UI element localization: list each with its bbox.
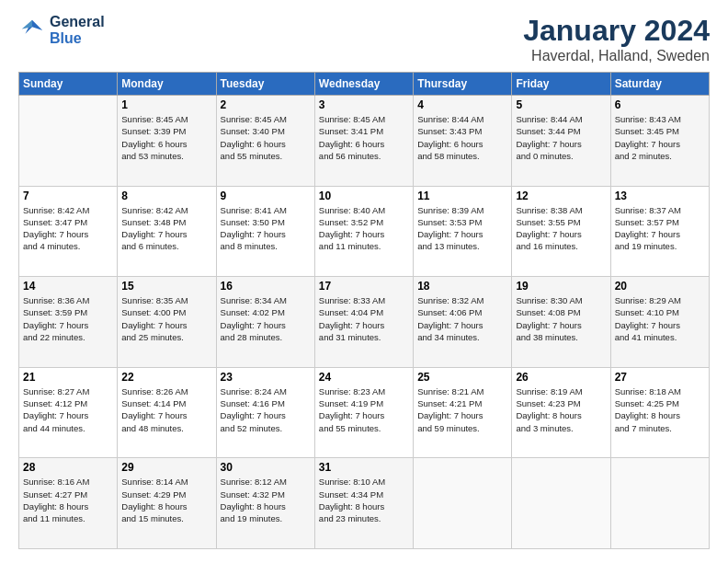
day-number: 29 xyxy=(121,461,211,474)
day-info: Sunrise: 8:21 AM Sunset: 4:21 PM Dayligh… xyxy=(417,385,507,434)
day-info: Sunrise: 8:35 AM Sunset: 4:00 PM Dayligh… xyxy=(121,294,211,343)
day-number: 16 xyxy=(221,280,311,293)
logo-text: General Blue xyxy=(50,14,105,47)
calendar-cell: 22Sunrise: 8:26 AM Sunset: 4:14 PM Dayli… xyxy=(118,367,216,458)
day-info: Sunrise: 8:45 AM Sunset: 3:41 PM Dayligh… xyxy=(319,113,409,162)
day-number: 10 xyxy=(319,190,409,202)
calendar-week-row-2: 14Sunrise: 8:36 AM Sunset: 3:59 PM Dayli… xyxy=(19,277,710,368)
calendar-cell: 2Sunrise: 8:45 AM Sunset: 3:40 PM Daylig… xyxy=(216,96,314,187)
day-number: 5 xyxy=(516,98,606,111)
calendar-cell xyxy=(610,458,709,549)
calendar-cell xyxy=(414,458,512,549)
day-number: 26 xyxy=(516,371,606,384)
calendar-cell: 31Sunrise: 8:10 AM Sunset: 4:34 PM Dayli… xyxy=(314,458,413,549)
day-number: 12 xyxy=(516,190,606,202)
day-number: 20 xyxy=(615,280,705,293)
calendar-header-wednesday: Wednesday xyxy=(314,73,413,96)
calendar-cell: 1Sunrise: 8:45 AM Sunset: 3:39 PM Daylig… xyxy=(118,96,216,187)
day-number: 27 xyxy=(615,371,705,384)
calendar-cell: 20Sunrise: 8:29 AM Sunset: 4:10 PM Dayli… xyxy=(610,277,709,368)
location-title: Haverdal, Halland, Sweden xyxy=(523,48,710,64)
calendar-header-thursday: Thursday xyxy=(414,73,512,96)
calendar-cell: 8Sunrise: 8:42 AM Sunset: 3:48 PM Daylig… xyxy=(118,186,216,277)
day-number: 7 xyxy=(23,190,113,202)
calendar-cell: 18Sunrise: 8:32 AM Sunset: 4:06 PM Dayli… xyxy=(414,277,512,368)
day-info: Sunrise: 8:42 AM Sunset: 3:47 PM Dayligh… xyxy=(23,204,113,253)
calendar-week-row-3: 21Sunrise: 8:27 AM Sunset: 4:12 PM Dayli… xyxy=(19,367,710,458)
calendar-cell: 21Sunrise: 8:27 AM Sunset: 4:12 PM Dayli… xyxy=(19,367,118,458)
day-info: Sunrise: 8:45 AM Sunset: 3:40 PM Dayligh… xyxy=(221,113,311,162)
day-number: 19 xyxy=(516,280,606,293)
calendar-cell: 25Sunrise: 8:21 AM Sunset: 4:21 PM Dayli… xyxy=(414,367,512,458)
month-title: January 2024 xyxy=(523,14,710,48)
day-info: Sunrise: 8:33 AM Sunset: 4:04 PM Dayligh… xyxy=(319,294,409,343)
day-number: 30 xyxy=(221,461,311,474)
day-number: 28 xyxy=(23,461,113,474)
day-number: 18 xyxy=(417,280,507,293)
calendar-cell xyxy=(19,96,118,187)
calendar-cell: 14Sunrise: 8:36 AM Sunset: 3:59 PM Dayli… xyxy=(19,277,118,368)
day-info: Sunrise: 8:24 AM Sunset: 4:16 PM Dayligh… xyxy=(221,385,311,434)
day-info: Sunrise: 8:12 AM Sunset: 4:32 PM Dayligh… xyxy=(221,476,311,524)
day-number: 13 xyxy=(615,190,705,202)
day-info: Sunrise: 8:30 AM Sunset: 4:08 PM Dayligh… xyxy=(516,294,606,343)
day-info: Sunrise: 8:41 AM Sunset: 3:50 PM Dayligh… xyxy=(221,204,311,253)
calendar-cell: 28Sunrise: 8:16 AM Sunset: 4:27 PM Dayli… xyxy=(19,458,118,549)
calendar-cell: 17Sunrise: 8:33 AM Sunset: 4:04 PM Dayli… xyxy=(314,277,413,368)
day-number: 4 xyxy=(417,98,507,111)
calendar-cell: 5Sunrise: 8:44 AM Sunset: 3:44 PM Daylig… xyxy=(512,96,610,187)
calendar-header-friday: Friday xyxy=(512,73,610,96)
calendar-cell: 7Sunrise: 8:42 AM Sunset: 3:47 PM Daylig… xyxy=(19,186,118,277)
title-block: January 2024 Haverdal, Halland, Sweden xyxy=(523,14,710,64)
day-number: 1 xyxy=(121,98,211,111)
calendar-header-sunday: Sunday xyxy=(19,73,118,96)
calendar-cell: 11Sunrise: 8:39 AM Sunset: 3:53 PM Dayli… xyxy=(414,186,512,277)
day-info: Sunrise: 8:32 AM Sunset: 4:06 PM Dayligh… xyxy=(417,294,507,343)
day-info: Sunrise: 8:16 AM Sunset: 4:27 PM Dayligh… xyxy=(23,476,113,524)
day-number: 11 xyxy=(417,190,507,202)
day-info: Sunrise: 8:27 AM Sunset: 4:12 PM Dayligh… xyxy=(23,385,113,434)
day-info: Sunrise: 8:34 AM Sunset: 4:02 PM Dayligh… xyxy=(221,294,311,343)
day-info: Sunrise: 8:44 AM Sunset: 3:43 PM Dayligh… xyxy=(417,113,507,162)
calendar-cell: 27Sunrise: 8:18 AM Sunset: 4:25 PM Dayli… xyxy=(610,367,709,458)
calendar-week-row-1: 7Sunrise: 8:42 AM Sunset: 3:47 PM Daylig… xyxy=(19,186,710,277)
calendar-cell: 6Sunrise: 8:43 AM Sunset: 3:45 PM Daylig… xyxy=(610,96,709,187)
day-info: Sunrise: 8:36 AM Sunset: 3:59 PM Dayligh… xyxy=(23,294,113,343)
calendar-cell: 15Sunrise: 8:35 AM Sunset: 4:00 PM Dayli… xyxy=(118,277,216,368)
calendar-cell: 9Sunrise: 8:41 AM Sunset: 3:50 PM Daylig… xyxy=(216,186,314,277)
calendar-header-row: SundayMondayTuesdayWednesdayThursdayFrid… xyxy=(19,73,710,96)
calendar-cell: 24Sunrise: 8:23 AM Sunset: 4:19 PM Dayli… xyxy=(314,367,413,458)
day-number: 8 xyxy=(121,190,211,202)
day-number: 22 xyxy=(121,371,211,384)
day-number: 17 xyxy=(319,280,409,293)
day-number: 2 xyxy=(221,98,311,111)
day-info: Sunrise: 8:14 AM Sunset: 4:29 PM Dayligh… xyxy=(121,476,211,524)
header: General Blue January 2024 Haverdal, Hall… xyxy=(18,14,710,64)
calendar-header-monday: Monday xyxy=(118,73,216,96)
calendar-cell xyxy=(512,458,610,549)
day-number: 14 xyxy=(23,280,113,293)
day-number: 25 xyxy=(417,371,507,384)
day-info: Sunrise: 8:26 AM Sunset: 4:14 PM Dayligh… xyxy=(121,385,211,434)
day-info: Sunrise: 8:29 AM Sunset: 4:10 PM Dayligh… xyxy=(615,294,705,343)
calendar-week-row-0: 1Sunrise: 8:45 AM Sunset: 3:39 PM Daylig… xyxy=(19,96,710,187)
day-number: 23 xyxy=(221,371,311,384)
day-info: Sunrise: 8:23 AM Sunset: 4:19 PM Dayligh… xyxy=(319,385,409,434)
calendar-table: SundayMondayTuesdayWednesdayThursdayFrid… xyxy=(18,72,710,549)
day-info: Sunrise: 8:10 AM Sunset: 4:34 PM Dayligh… xyxy=(319,476,409,524)
day-info: Sunrise: 8:38 AM Sunset: 3:55 PM Dayligh… xyxy=(516,204,606,253)
day-info: Sunrise: 8:40 AM Sunset: 3:52 PM Dayligh… xyxy=(319,204,409,253)
calendar-cell: 12Sunrise: 8:38 AM Sunset: 3:55 PM Dayli… xyxy=(512,186,610,277)
day-info: Sunrise: 8:44 AM Sunset: 3:44 PM Dayligh… xyxy=(516,113,606,162)
day-number: 15 xyxy=(121,280,211,293)
calendar-cell: 13Sunrise: 8:37 AM Sunset: 3:57 PM Dayli… xyxy=(610,186,709,277)
calendar-cell: 29Sunrise: 8:14 AM Sunset: 4:29 PM Dayli… xyxy=(118,458,216,549)
day-number: 9 xyxy=(221,190,311,202)
day-info: Sunrise: 8:39 AM Sunset: 3:53 PM Dayligh… xyxy=(417,204,507,253)
day-number: 3 xyxy=(319,98,409,111)
day-number: 31 xyxy=(319,461,409,474)
day-info: Sunrise: 8:43 AM Sunset: 3:45 PM Dayligh… xyxy=(615,113,705,162)
day-info: Sunrise: 8:18 AM Sunset: 4:25 PM Dayligh… xyxy=(615,385,705,434)
day-info: Sunrise: 8:37 AM Sunset: 3:57 PM Dayligh… xyxy=(615,204,705,253)
calendar-cell: 16Sunrise: 8:34 AM Sunset: 4:02 PM Dayli… xyxy=(216,277,314,368)
